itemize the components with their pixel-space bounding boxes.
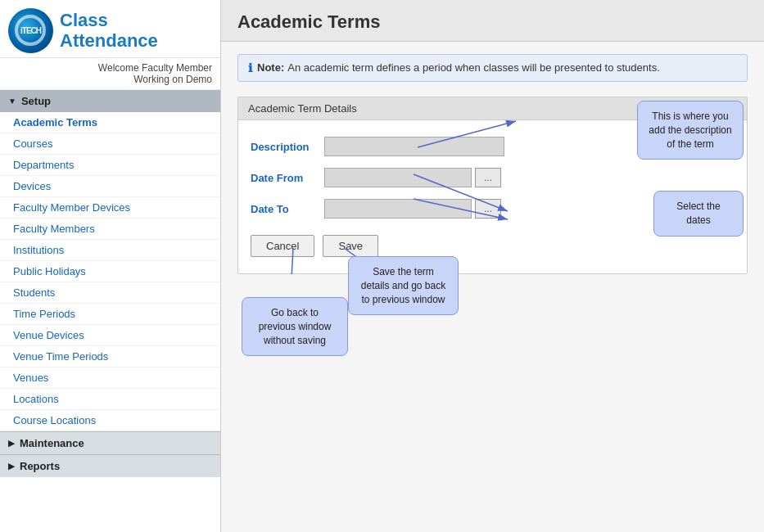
- nav-academic-terms[interactable]: Academic Terms: [0, 112, 220, 133]
- welcome-message: Welcome Faculty Member Working on Demo: [0, 58, 220, 90]
- nav-courses[interactable]: Courses: [0, 133, 220, 155]
- reports-label: Reports: [20, 460, 60, 472]
- save-button[interactable]: Save: [323, 235, 378, 257]
- description-label: Description: [251, 141, 324, 153]
- nav-public-holidays[interactable]: Public Holidays: [0, 261, 220, 282]
- info-icon: ℹ: [248, 61, 252, 74]
- setup-label: Setup: [21, 95, 51, 107]
- nav-students[interactable]: Students: [0, 282, 220, 304]
- cancel-button[interactable]: Cancel: [251, 235, 314, 257]
- nav-faculty-member-devices[interactable]: Faculty Member Devices: [0, 197, 220, 219]
- app-title-line2: Attendance: [60, 31, 158, 51]
- setup-section[interactable]: ▼ Setup: [0, 90, 220, 112]
- date-from-input[interactable]: [324, 168, 472, 187]
- date-from-picker-button[interactable]: ...: [475, 168, 501, 187]
- nav-course-locations[interactable]: Course Locations: [0, 410, 220, 431]
- app-title-line1: Class: [60, 11, 108, 30]
- date-to-label: Date To: [251, 203, 324, 215]
- tooltip-cancel: Go back to previous window without savin…: [242, 297, 348, 356]
- sidebar-header: iTECH Class Attendance: [0, 0, 220, 58]
- nav-venue-time-periods[interactable]: Venue Time Periods: [0, 346, 220, 367]
- description-input[interactable]: [324, 137, 504, 156]
- date-to-picker-button[interactable]: ...: [475, 199, 501, 219]
- logo-text: iTECH: [20, 26, 41, 35]
- main-content: Academic Terms ℹ Note: An academic term …: [221, 0, 764, 532]
- tooltip-dates: Select the dates: [653, 191, 744, 237]
- nav-faculty-members[interactable]: Faculty Members: [0, 219, 220, 240]
- welcome-line1: Welcome Faculty Member: [8, 62, 212, 74]
- reports-section[interactable]: ▶ Reports: [0, 454, 220, 477]
- main-body: ℹ Note: An academic term defines a perio…: [221, 42, 764, 532]
- form-actions: Cancel Save: [251, 235, 735, 257]
- maintenance-label: Maintenance: [20, 437, 84, 449]
- nav-devices[interactable]: Devices: [0, 176, 220, 197]
- nav-venues[interactable]: Venues: [0, 367, 220, 389]
- tooltip-save: Save the term details and go back to pre…: [348, 256, 459, 315]
- welcome-line2: Working on Demo: [8, 74, 212, 85]
- nav-departments[interactable]: Departments: [0, 155, 220, 176]
- nav-institutions[interactable]: Institutions: [0, 240, 220, 261]
- note-label: Note:: [257, 61, 284, 74]
- nav-time-periods[interactable]: Time Periods: [0, 304, 220, 325]
- nav-venue-devices[interactable]: Venue Devices: [0, 325, 220, 346]
- maintenance-arrow-icon: ▶: [8, 439, 15, 448]
- setup-arrow-icon: ▼: [8, 97, 16, 106]
- reports-arrow-icon: ▶: [8, 462, 15, 471]
- page-header: Academic Terms: [221, 0, 764, 42]
- date-to-input[interactable]: [324, 199, 472, 219]
- page-title: Academic Terms: [237, 11, 748, 33]
- date-from-label: Date From: [251, 172, 324, 184]
- nav-locations[interactable]: Locations: [0, 389, 220, 410]
- tooltip-description: This is where you add the description of…: [637, 101, 744, 160]
- note-bar: ℹ Note: An academic term defines a perio…: [237, 54, 748, 82]
- maintenance-section[interactable]: ▶ Maintenance: [0, 431, 220, 454]
- date-from-row: Date From ...: [251, 168, 735, 187]
- sidebar: iTECH Class Attendance Welcome Faculty M…: [0, 0, 221, 532]
- setup-nav: Academic Terms Courses Departments Devic…: [0, 112, 220, 431]
- form-container: Academic Term Details Description Date F…: [237, 97, 748, 274]
- app-logo: iTECH: [8, 8, 53, 53]
- note-text: An academic term defines a period when c…: [287, 61, 660, 74]
